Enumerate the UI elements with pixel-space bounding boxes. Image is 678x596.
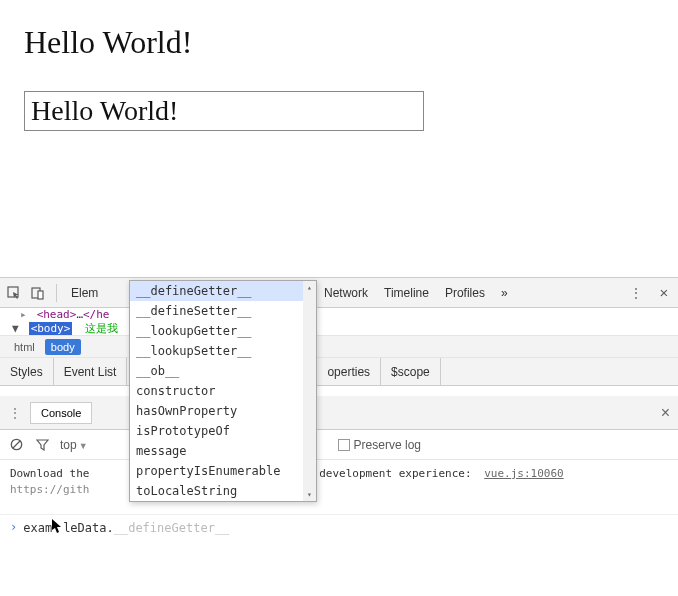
devtools-tabs: Elem [71, 286, 98, 300]
head-close-tag: </he [83, 308, 110, 321]
prompt-input-text[interactable]: examleData.__defineGetter__ [23, 519, 229, 535]
drag-icon[interactable]: ⋮ [8, 405, 22, 421]
autocomplete-item[interactable]: hasOwnProperty [130, 401, 316, 421]
chevron-down-icon: ▼ [79, 441, 88, 451]
devtools-tabs-right: Network Timeline Profiles » [324, 286, 508, 300]
prompt-caret-icon: › [10, 520, 17, 534]
svg-rect-2 [38, 291, 43, 299]
styles-body-spacer [0, 386, 678, 396]
elements-tree[interactable]: ▸ <head>…</he ▼ <body> 这是我 [0, 308, 678, 336]
clear-icon[interactable] [8, 437, 24, 453]
tab-profiles[interactable]: Profiles [445, 286, 485, 300]
autocomplete-popup[interactable]: __defineGetter____defineSetter____lookup… [129, 280, 317, 502]
console-close-icon[interactable]: × [661, 404, 670, 422]
autocomplete-item[interactable]: __lookupSetter__ [130, 341, 316, 361]
tab-elements[interactable]: Elem [71, 286, 98, 300]
triangle-down-icon[interactable]: ▼ [12, 322, 22, 336]
autocomplete-item[interactable]: toLocaleString [130, 481, 316, 501]
log-text-1b: ter development experience: [293, 467, 472, 480]
tab-timeline[interactable]: Timeline [384, 286, 429, 300]
styles-tab-scope[interactable]: $scope [381, 358, 441, 385]
styles-tab-styles[interactable]: Styles [0, 358, 54, 385]
autocomplete-item[interactable]: isPrototypeOf [130, 421, 316, 441]
crumb-html[interactable]: html [8, 339, 41, 355]
console-bar: ⋮ Console × [0, 396, 678, 430]
inspect-icon[interactable] [6, 285, 22, 301]
device-icon[interactable] [30, 285, 46, 301]
tab-more[interactable]: » [501, 286, 508, 300]
console-prompt[interactable]: › examleData.__defineGetter__ [0, 515, 678, 539]
scroll-up-icon[interactable]: ▴ [303, 281, 316, 294]
toolbar-right: ⋮ × [628, 285, 672, 301]
kebab-icon[interactable]: ⋮ [628, 285, 644, 301]
autocomplete-item[interactable]: __defineSetter__ [130, 301, 316, 321]
head-open-tag: <head> [37, 308, 77, 321]
tab-network[interactable]: Network [324, 286, 368, 300]
filter-icon[interactable] [34, 437, 50, 453]
styles-tab-events[interactable]: Event List [54, 358, 128, 385]
ellipsis: … [76, 308, 83, 321]
page-heading: Hello World! [24, 24, 654, 61]
triangle-icon[interactable]: ▸ [20, 308, 30, 322]
log-source-link[interactable]: vue.js:10060 [484, 467, 563, 480]
devtools-panel: Elem Network Timeline Profiles » ⋮ × ▸ <… [0, 277, 678, 596]
comment-text: 这是我 [85, 322, 118, 335]
styles-tabs: Styles Event List operties $scope [0, 358, 678, 386]
devtools-toolbar: Elem Network Timeline Profiles » ⋮ × [0, 278, 678, 308]
breadcrumb: html body [0, 336, 678, 358]
autocomplete-item[interactable]: __defineGetter__ [130, 281, 316, 301]
scrollbar[interactable]: ▴ ▾ [303, 281, 316, 501]
hello-input[interactable] [24, 91, 424, 131]
scroll-down-icon[interactable]: ▾ [303, 488, 316, 501]
console-tab-button[interactable]: Console [30, 402, 92, 424]
separator [56, 284, 57, 302]
log-text-2a: https://gith [10, 483, 89, 496]
body-tag-selected[interactable]: <body> [29, 322, 73, 335]
checkbox-icon[interactable] [338, 439, 350, 451]
crumb-body[interactable]: body [45, 339, 81, 355]
log-text-1a: Download the [10, 467, 89, 480]
autocomplete-item[interactable]: __lookupGetter__ [130, 321, 316, 341]
webpage-viewport: Hello World! [0, 0, 678, 277]
autocomplete-item[interactable]: __ob__ [130, 361, 316, 381]
autocomplete-item[interactable]: message [130, 441, 316, 461]
svg-line-4 [13, 441, 20, 448]
console-log: Download the ter development experience:… [0, 460, 678, 515]
preserve-log[interactable]: Preserve log [338, 438, 421, 452]
context-selector[interactable]: top▼ [60, 438, 88, 452]
autocomplete-item[interactable]: constructor [130, 381, 316, 401]
console-filter-bar: top▼ Preserve log [0, 430, 678, 460]
autocomplete-item[interactable]: propertyIsEnumerable [130, 461, 316, 481]
close-icon[interactable]: × [656, 285, 672, 301]
prompt-ghost: __defineGetter__ [114, 521, 230, 535]
